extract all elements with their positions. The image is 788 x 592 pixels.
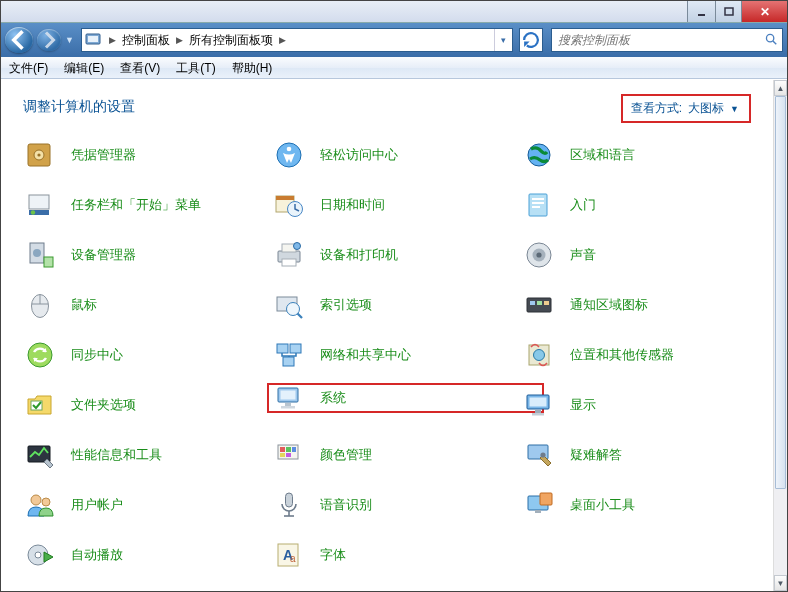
- svg-rect-20: [532, 202, 544, 204]
- item-region-language[interactable]: 区域和语言: [522, 140, 763, 170]
- item-date-time[interactable]: 日期和时间: [272, 190, 513, 220]
- breadcrumb-seg-1[interactable]: 控制面板: [119, 32, 173, 49]
- item-sync-center[interactable]: 同步中心: [23, 340, 264, 370]
- svg-rect-45: [283, 357, 294, 366]
- svg-point-4: [766, 34, 773, 41]
- search-box[interactable]: [551, 28, 783, 52]
- item-network-sharing[interactable]: 网络和共享中心: [272, 340, 513, 370]
- device-manager-icon: [23, 238, 57, 272]
- svg-point-75: [35, 552, 41, 558]
- item-speech[interactable]: 语音识别: [272, 490, 513, 520]
- item-gadgets[interactable]: 桌面小工具: [522, 490, 763, 520]
- item-taskbar-start[interactable]: 任务栏和「开始」菜单: [23, 190, 264, 220]
- chevron-right-icon: ▶: [276, 35, 289, 45]
- item-user-accounts[interactable]: 用户帐户: [23, 490, 264, 520]
- svg-rect-41: [544, 301, 549, 305]
- item-autoplay[interactable]: 自动播放: [23, 540, 264, 570]
- svg-rect-27: [282, 259, 296, 266]
- scroll-track[interactable]: [774, 96, 787, 575]
- view-by-label: 查看方式:: [631, 100, 682, 117]
- address-bar[interactable]: ▶ 控制面板 ▶ 所有控制面板项 ▶ ▾: [81, 28, 513, 52]
- scroll-up-button[interactable]: ▲: [774, 80, 787, 96]
- clock-icon: [272, 188, 306, 222]
- back-button[interactable]: [5, 27, 33, 53]
- svg-point-14: [31, 210, 35, 214]
- scroll-thumb[interactable]: [775, 96, 786, 489]
- troubleshoot-icon: [522, 438, 556, 472]
- search-input[interactable]: [556, 32, 764, 48]
- svg-rect-51: [285, 403, 291, 406]
- svg-point-8: [37, 153, 40, 156]
- item-location-sensors[interactable]: 位置和其他传感器: [522, 340, 763, 370]
- svg-point-31: [536, 252, 541, 257]
- breadcrumb-seg-2[interactable]: 所有控制面板项: [186, 32, 276, 49]
- users-icon: [23, 488, 57, 522]
- chevron-down-icon: ▼: [730, 104, 739, 114]
- svg-point-28: [294, 243, 301, 250]
- window-titlebar: ✕: [1, 1, 787, 23]
- svg-rect-61: [292, 447, 296, 452]
- close-button[interactable]: ✕: [741, 1, 787, 22]
- menu-tools[interactable]: 工具(T): [168, 57, 223, 79]
- minimize-button[interactable]: [687, 1, 715, 22]
- vertical-scrollbar[interactable]: ▲ ▼: [773, 80, 787, 591]
- refresh-button[interactable]: [519, 28, 543, 52]
- gadgets-icon: [522, 488, 556, 522]
- svg-point-42: [28, 343, 52, 367]
- display-icon: [522, 388, 556, 422]
- item-system[interactable]: 系统: [267, 383, 543, 413]
- maximize-button[interactable]: [715, 1, 741, 22]
- svg-line-5: [773, 40, 776, 43]
- svg-rect-21: [532, 206, 540, 208]
- control-panel-icon: [84, 31, 102, 49]
- item-folder-options[interactable]: 文件夹选项: [23, 390, 264, 420]
- menu-file[interactable]: 文件(F): [1, 57, 56, 79]
- svg-rect-68: [286, 493, 293, 507]
- svg-rect-56: [532, 413, 544, 416]
- svg-point-65: [540, 452, 545, 457]
- nav-history-dropdown[interactable]: ▼: [65, 35, 77, 45]
- menu-edit[interactable]: 编辑(E): [56, 57, 112, 79]
- getting-started-icon: [522, 188, 556, 222]
- item-devices-printers[interactable]: 设备和打印机: [272, 240, 513, 270]
- svg-point-66: [31, 495, 41, 505]
- item-mouse[interactable]: 鼠标: [23, 290, 264, 320]
- mouse-icon: [23, 288, 57, 322]
- svg-rect-12: [29, 195, 49, 209]
- svg-rect-72: [535, 510, 541, 513]
- content-pane: 调整计算机的设置 查看方式: 大图标 ▼ 凭据管理器 轻松访问中心 区域和语言 …: [1, 80, 773, 591]
- svg-point-47: [533, 350, 544, 361]
- item-troubleshoot[interactable]: 疑难解答: [522, 440, 763, 470]
- svg-rect-73: [540, 493, 552, 505]
- forward-button[interactable]: [37, 29, 61, 51]
- svg-rect-24: [44, 257, 53, 267]
- scroll-down-button[interactable]: ▼: [774, 575, 787, 591]
- globe-icon: [522, 138, 556, 172]
- item-getting-started[interactable]: 入门: [522, 190, 763, 220]
- performance-icon: [23, 438, 57, 472]
- notification-area-icon: [522, 288, 556, 322]
- item-performance[interactable]: 性能信息和工具: [23, 440, 264, 470]
- item-fonts[interactable]: Aa 字体: [272, 540, 513, 570]
- item-device-manager[interactable]: 设备管理器: [23, 240, 264, 270]
- item-display[interactable]: 显示: [522, 390, 763, 420]
- item-credential-manager[interactable]: 凭据管理器: [23, 140, 264, 170]
- view-by-selector[interactable]: 查看方式: 大图标 ▼: [621, 94, 751, 123]
- address-dropdown[interactable]: ▾: [494, 29, 512, 51]
- menu-view[interactable]: 查看(V): [112, 57, 168, 79]
- folder-options-icon: [23, 388, 57, 422]
- item-ease-of-access[interactable]: 轻松访问中心: [272, 140, 513, 170]
- sensor-icon: [522, 338, 556, 372]
- speaker-icon: [522, 238, 556, 272]
- ease-of-access-icon: [272, 138, 306, 172]
- menu-help[interactable]: 帮助(H): [224, 57, 281, 79]
- svg-rect-60: [286, 447, 291, 452]
- svg-text:a: a: [290, 553, 296, 564]
- chevron-right-icon: ▶: [106, 35, 119, 45]
- item-color-mgmt[interactable]: 颜色管理: [272, 440, 513, 470]
- svg-rect-55: [535, 410, 541, 413]
- item-notification-icons[interactable]: 通知区域图标: [522, 290, 763, 320]
- svg-rect-1: [725, 8, 733, 15]
- item-indexing[interactable]: 索引选项: [272, 290, 513, 320]
- item-sound[interactable]: 声音: [522, 240, 763, 270]
